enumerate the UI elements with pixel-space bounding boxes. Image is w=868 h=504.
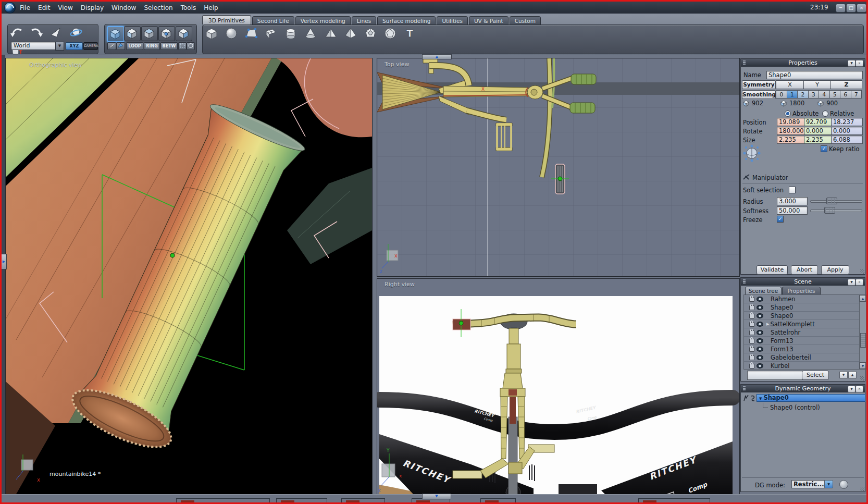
menu-edit[interactable]: Edit (38, 4, 50, 11)
primitive-text-icon[interactable]: T (403, 27, 417, 40)
xyz-toggle[interactable]: XYZ (66, 42, 83, 50)
undo-icon[interactable] (9, 26, 24, 40)
dg-mode-dropdown-icon[interactable]: ▼ (824, 480, 833, 488)
loop-button[interactable]: LOOP (126, 42, 143, 50)
tab-surface-modeling[interactable]: Surface modeling (377, 16, 436, 24)
absolute-label[interactable]: Absolute (792, 110, 819, 117)
dg-panel-titlebar[interactable]: Dynamic Geometry ▼ × (741, 385, 865, 392)
select-down-icon[interactable]: ▼ (839, 371, 848, 379)
tree-row-form13[interactable]: Form13 (744, 337, 859, 345)
panel-collapse-icon[interactable]: ▼ (848, 279, 855, 286)
dg-child-row[interactable]: Shape0 (control) (770, 404, 820, 411)
tab-vertex-modeling[interactable]: Vertex modeling (295, 16, 351, 24)
menu-tools[interactable]: Tools (181, 4, 196, 11)
panel-resize-grip[interactable] (860, 376, 864, 380)
face-mode-icon[interactable] (124, 26, 141, 41)
right-view-canvas[interactable]: RITCHEY Comp RITCHEY Comp RITCHEY RITCHE… (377, 279, 739, 495)
rotate-y-field[interactable]: 0.000 (804, 127, 832, 135)
select-up-icon[interactable]: ▲ (848, 371, 857, 379)
edge-mode-icon[interactable] (141, 26, 158, 41)
vertex-mode-icon[interactable] (158, 26, 175, 41)
tree-row-shape0[interactable]: Shape0 (744, 303, 859, 312)
eye-icon[interactable] (757, 322, 763, 327)
keep-ratio-checkbox[interactable]: ✓ (821, 145, 827, 152)
eye-icon[interactable] (757, 297, 763, 302)
name-field[interactable]: Shape0 (766, 71, 863, 79)
tab-scene-properties[interactable]: Properties (782, 287, 821, 295)
scroll-down-icon[interactable]: ▼ (860, 362, 866, 369)
primitive-cone-icon[interactable] (303, 27, 318, 40)
softness-slider[interactable] (810, 210, 862, 212)
freeze-checkbox[interactable]: ✓ (777, 216, 784, 223)
object-mode-icon[interactable] (107, 26, 125, 42)
tab-3d-primitives[interactable]: 3D Primitives (202, 15, 251, 24)
top-viewport[interactable]: X x z Top view (377, 58, 740, 277)
smoothing-level-4[interactable]: 4 (819, 90, 830, 99)
tab-scene-tree[interactable]: Scene tree (745, 287, 782, 295)
radius-field[interactable]: 3.000 (777, 197, 808, 205)
orbit-icon[interactable] (69, 26, 83, 40)
lock-icon[interactable] (749, 322, 754, 327)
scene-filter-input[interactable] (747, 371, 803, 380)
symmetry-button[interactable]: Symmetry (742, 80, 776, 89)
orthographic-canvas[interactable]: x (6, 58, 372, 494)
smoothing-level-5[interactable]: 5 (830, 90, 841, 99)
validate-button[interactable]: Validate (757, 265, 788, 275)
eye-icon[interactable] (757, 313, 763, 318)
camera-toggle[interactable]: CAMERA (83, 42, 98, 50)
primitive-polyhedron-icon[interactable] (363, 27, 378, 40)
maximize-button[interactable]: □ (846, 4, 856, 13)
redo-icon[interactable] (29, 26, 44, 40)
bottom-button[interactable] (276, 498, 327, 504)
expander-icon[interactable]: ▶ (766, 322, 769, 326)
panel-close-icon[interactable]: × (855, 279, 863, 286)
eye-icon[interactable] (757, 330, 763, 335)
size-z-field[interactable]: 6.088 (831, 136, 863, 144)
tab-second-life[interactable]: Second Life (252, 16, 294, 24)
size-y-field[interactable]: 2.235 (804, 136, 832, 144)
tree-row-sattelkomplett[interactable]: ▶SattelKomplett (744, 320, 859, 328)
primitive-geodesic-icon[interactable] (383, 27, 398, 40)
tree-row-rahmen[interactable]: Rahmen (744, 295, 859, 303)
between-button[interactable]: BETW (160, 42, 178, 50)
smoothing-level-7[interactable]: 7 (851, 90, 862, 99)
rotate-z-field[interactable]: 0.000 (831, 127, 863, 135)
eye-icon[interactable] (757, 338, 763, 343)
scene-panel-titlebar[interactable]: Scene ▼ × (741, 278, 865, 286)
app-logo-icon[interactable] (4, 2, 16, 14)
symmetry-z-button[interactable]: Z (830, 80, 862, 89)
rotate-x-field[interactable]: 180.000 (777, 127, 805, 135)
symmetry-x-button[interactable]: X (776, 80, 804, 89)
panel-grip[interactable] (743, 279, 746, 284)
smoothing-level-0[interactable]: 0 (776, 90, 787, 99)
dg-root-row[interactable]: ▼Shape0 (757, 394, 865, 402)
selection-center-point[interactable] (170, 253, 175, 257)
tab-utilities[interactable]: Utilities (437, 16, 468, 24)
primitive-sphere-icon[interactable] (224, 27, 239, 40)
menu-selection[interactable]: Selection (144, 4, 172, 11)
panel-close-icon[interactable]: × (855, 60, 863, 67)
tab-custom[interactable]: Custom (510, 16, 541, 24)
relative-label[interactable]: Relative (830, 110, 854, 117)
top-view-canvas[interactable]: X x z (377, 58, 739, 276)
bottom-button[interactable] (480, 498, 516, 504)
panel-grip[interactable] (743, 386, 746, 391)
world-dropdown-icon[interactable]: ▼ (55, 42, 64, 51)
smoothing-button[interactable]: Smoothing (742, 90, 776, 99)
menu-file[interactable]: File (20, 4, 30, 11)
primitive-grid-icon[interactable] (264, 27, 278, 40)
dg-lightning-icon[interactable] (743, 395, 749, 401)
minimize-button[interactable]: ─ (836, 4, 846, 13)
abort-button[interactable]: Abort (791, 265, 818, 275)
manipulator-label[interactable]: Manipulator (752, 174, 788, 181)
radius-slider-handle[interactable] (826, 198, 837, 204)
panel-resize-grip[interactable] (860, 269, 864, 274)
smoothing-level-6[interactable]: 6 (840, 90, 851, 99)
position-z-field[interactable]: 18.237 (831, 118, 863, 126)
rect-select-icon[interactable] (178, 42, 187, 50)
ring-button[interactable]: RING (144, 42, 160, 50)
tree-row-form13-2[interactable]: Form13 (744, 345, 859, 353)
primitive-pyramid-icon[interactable] (343, 27, 358, 40)
primitive-cylinder-icon[interactable] (283, 27, 298, 40)
bottom-button[interactable] (638, 498, 710, 504)
